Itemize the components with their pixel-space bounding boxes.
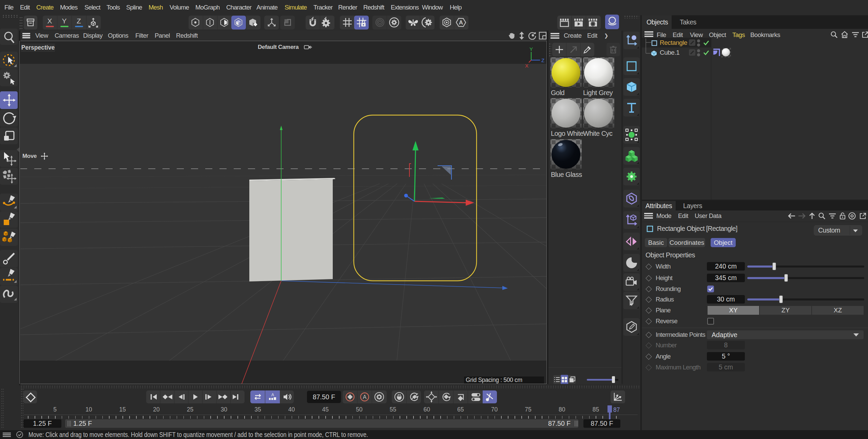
- svg-text:A: A: [363, 394, 367, 400]
- svg-text:A: A: [459, 19, 463, 26]
- svg-text:Z: Z: [541, 57, 544, 63]
- svg-text:Y: Y: [529, 46, 533, 52]
- svg-text:X: X: [525, 63, 528, 69]
- svg-text:A: A: [271, 392, 274, 397]
